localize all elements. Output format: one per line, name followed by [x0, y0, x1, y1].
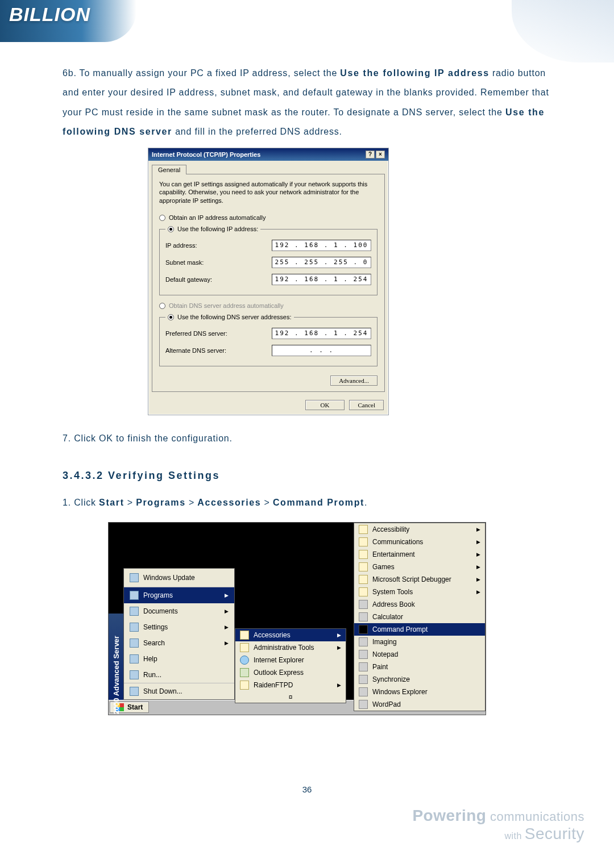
menu-item-label: Settings — [143, 623, 168, 631]
program-icon — [359, 600, 368, 609]
program-icon — [359, 662, 368, 671]
menu-item-label: Search — [143, 639, 165, 647]
text-run: > — [261, 498, 273, 507]
programs-item[interactable]: Accessories▶ — [235, 629, 346, 641]
tcpip-properties-dialog: Internet Protocol (TCP/IP) Properties ? … — [148, 148, 389, 416]
close-button[interactable]: × — [376, 151, 385, 158]
text-bold: Use the following IP address — [340, 68, 489, 78]
program-icon — [240, 631, 249, 640]
programs-item[interactable]: Internet Explorer — [235, 654, 346, 666]
footer-text: Security — [525, 825, 584, 842]
page-number: 36 — [0, 784, 614, 794]
brand-logo-text: BILLION — [9, 3, 90, 25]
program-icon — [240, 681, 249, 690]
programs-item[interactable]: Outlook Express — [235, 666, 346, 679]
submenu-arrow-icon: ▶ — [225, 624, 229, 630]
cancel-button[interactable]: Cancel — [349, 400, 384, 410]
footer-text: Powering — [412, 807, 486, 824]
default-gateway-input[interactable]: 192 . 168 . 1 . 254 — [272, 274, 371, 285]
start-menu-item[interactable]: Documents▶ — [124, 603, 234, 619]
accessories-item[interactable]: Windows Explorer — [354, 686, 485, 698]
start-menu-item[interactable]: Windows Update — [124, 569, 234, 587]
start-menu-item[interactable]: Shut Down... — [124, 683, 234, 699]
page-content: 6b. To manually assign your PC a fixed I… — [63, 64, 563, 715]
start-menu-item[interactable]: Search▶ — [124, 635, 234, 651]
program-icon — [240, 668, 249, 677]
ip-address-input[interactable]: 192 . 168 . 1 . 100 — [272, 240, 371, 251]
submenu-arrow-icon: ▶ — [337, 682, 341, 688]
menu-item-label: Programs — [143, 591, 173, 599]
subnet-mask-input[interactable]: 255 . 255 . 255 . 0 — [272, 257, 371, 268]
accessories-item[interactable]: Accessibility▶ — [354, 523, 485, 536]
tab-general[interactable]: General — [152, 165, 186, 174]
menu-item-label: Entertainment — [372, 550, 415, 558]
submenu-arrow-icon: ▶ — [225, 640, 229, 646]
footer-brand: Powering communications with Security — [412, 807, 584, 843]
menu-item-label: Microsoft Script Debugger — [372, 575, 451, 583]
program-icon — [359, 637, 368, 646]
start-menu-item[interactable]: Programs▶ — [124, 587, 234, 603]
help-button[interactable]: ? — [366, 151, 375, 158]
accessories-item[interactable]: Notepad — [354, 648, 485, 661]
menu-item-label: Imaging — [372, 638, 397, 646]
radio-use-following-ip[interactable]: Use the following IP address: — [165, 226, 260, 232]
program-icon — [359, 562, 368, 571]
ok-button[interactable]: OK — [305, 400, 345, 410]
start-menu-item[interactable]: Run... — [124, 667, 234, 683]
programs-item[interactable]: ¤ — [235, 691, 346, 703]
accessories-item[interactable]: Entertainment▶ — [354, 548, 485, 561]
accessories-item[interactable]: WordPad — [354, 698, 485, 711]
text-run: . — [364, 498, 367, 507]
program-icon — [359, 650, 368, 659]
advanced-button[interactable]: Advanced... — [330, 375, 377, 386]
footer-text: with — [504, 831, 524, 841]
alternate-dns-input[interactable]: . . . — [272, 345, 371, 356]
submenu-arrow-icon: ▶ — [476, 539, 480, 545]
programs-item[interactable]: Administrative Tools▶ — [235, 641, 346, 654]
start-menu-item[interactable]: Help — [124, 651, 234, 667]
start-menu-item[interactable]: Settings▶ — [124, 619, 234, 635]
accessories-item[interactable]: Calculator — [354, 611, 485, 623]
preferred-dns-input[interactable]: 192 . 168 . 1 . 254 — [272, 328, 371, 339]
submenu-arrow-icon: ▶ — [225, 592, 229, 598]
radio-icon — [159, 215, 165, 221]
accessories-item[interactable]: Games▶ — [354, 561, 485, 573]
start-menu: Windows UpdatePrograms▶Documents▶Setting… — [123, 568, 235, 700]
radio-icon — [168, 314, 174, 320]
program-icon — [359, 525, 368, 534]
text-run: 6b. To manually assign your PC a fixed I… — [63, 68, 340, 78]
radio-use-following-dns[interactable]: Use the following DNS server addresses: — [165, 314, 294, 320]
accessories-item[interactable]: Synchronize — [354, 673, 485, 686]
program-icon — [359, 612, 368, 621]
alternate-dns-label: Alternate DNS server: — [165, 347, 226, 354]
menu-item-label: WordPad — [372, 700, 401, 708]
brand-logo: BILLION — [0, 0, 136, 42]
program-icon — [359, 687, 368, 696]
program-icon — [359, 625, 368, 634]
accessories-item[interactable]: Communications▶ — [354, 536, 485, 548]
preferred-dns-label: Preferred DNS server: — [165, 330, 227, 337]
accessories-item[interactable]: Microsoft Script Debugger▶ — [354, 573, 485, 586]
radio-obtain-ip-auto[interactable]: Obtain an IP address automatically — [159, 213, 377, 222]
menu-item-label: Administrative Tools — [254, 644, 314, 652]
menu-item-label: ¤ — [289, 693, 293, 701]
menu-item-label: Accessories — [254, 631, 291, 639]
submenu-arrow-icon: ▶ — [476, 552, 480, 557]
program-icon — [240, 643, 249, 652]
menu-item-label: Calculator — [372, 613, 403, 621]
accessories-item[interactable]: Address Book — [354, 598, 485, 611]
submenu-arrow-icon: ▶ — [225, 608, 229, 614]
menu-item-label: RaidenFTPD — [254, 681, 293, 689]
start-menu-banner: Windows 2000 Advanced Server — [109, 614, 123, 700]
accessories-item[interactable]: Command Prompt — [354, 623, 485, 636]
menu-item-label: Notepad — [372, 650, 398, 658]
dialog-titlebar: Internet Protocol (TCP/IP) Properties ? … — [148, 148, 388, 161]
programs-item[interactable]: RaidenFTPD▶ — [235, 679, 346, 691]
accessories-item[interactable]: Imaging — [354, 636, 485, 648]
radio-obtain-dns-auto: Obtain DNS server address automatically — [159, 301, 377, 310]
accessories-item[interactable]: System Tools▶ — [354, 586, 485, 598]
accessories-item[interactable]: Paint — [354, 661, 485, 673]
radio-label: Use the following DNS server addresses: — [177, 314, 292, 320]
program-icon — [359, 587, 368, 596]
radio-icon — [168, 226, 174, 232]
